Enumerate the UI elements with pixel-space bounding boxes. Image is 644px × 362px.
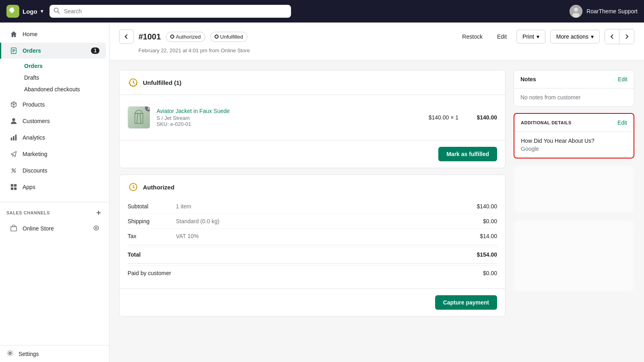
capture-payment-button[interactable]: Capture payment <box>435 295 497 310</box>
authorized-status-icon <box>128 181 139 193</box>
paid-value: $0.00 <box>465 270 497 276</box>
svg-line-27 <box>137 113 138 123</box>
sidebar-subitem-drafts-label: Drafts <box>24 74 39 81</box>
edit-button[interactable]: Edit <box>492 30 512 43</box>
svg-line-28 <box>140 113 141 123</box>
unfulfilled-card-body: 1 Aviator Jacket in Faux Suede S / Jet S… <box>120 95 505 140</box>
svg-point-4 <box>572 13 580 18</box>
svg-point-23 <box>95 227 97 229</box>
sidebar-apps-label: Apps <box>23 184 35 190</box>
svg-rect-26 <box>135 113 143 123</box>
page-header: #1001 Authorized Unfulfilled Restock Edi… <box>109 23 644 60</box>
total-row: Total $154.00 <box>128 247 497 262</box>
more-actions-label: More actions <box>556 33 588 40</box>
orders-icon <box>10 47 18 55</box>
total-value: $154.00 <box>465 251 497 258</box>
logo-area[interactable]: Logo ▾ <box>6 5 43 18</box>
svg-point-13 <box>12 169 14 171</box>
mark-fulfilled-button[interactable]: Mark as fulfilled <box>438 147 497 161</box>
search-input[interactable] <box>50 5 291 18</box>
product-row: 1 Aviator Jacket in Faux Suede S / Jet S… <box>128 103 497 132</box>
sidebar-divider <box>0 202 109 202</box>
status-badge-authorized: Authorized <box>166 32 205 42</box>
detail-question: How Did You Hear About Us? <box>521 138 627 144</box>
additional-details-header: ADDITIONAL DETAILS Edit <box>514 114 634 132</box>
additional-details-card: ADDITIONAL DETAILS Edit How Did You Hear… <box>514 113 634 158</box>
order-date: February 22, 2021 at 4:01 pm from Online… <box>138 47 250 53</box>
sidebar-item-orders[interactable]: Orders 1 <box>0 43 106 59</box>
authorized-card-header: Authorized <box>120 175 505 199</box>
svg-line-1 <box>58 12 60 14</box>
notes-card: Notes Edit No notes from customer <box>514 70 634 107</box>
subtotal-row: Subtotal 1 item $140.00 <box>128 199 497 214</box>
svg-point-3 <box>574 8 578 12</box>
product-thumbnail: 1 <box>128 106 150 129</box>
authorized-title: Authorized <box>143 184 174 191</box>
capture-footer: Capture payment <box>120 288 505 316</box>
logo-label: Logo <box>23 8 37 15</box>
sidebar-item-customers[interactable]: Customers <box>3 113 106 129</box>
paid-row: Paid by customer $0.00 <box>128 265 497 280</box>
tax-desc: VAT 10% <box>176 233 465 239</box>
sidebar-item-discounts[interactable]: Discounts <box>3 162 106 179</box>
sidebar-item-products[interactable]: Products <box>3 97 106 113</box>
online-store-label: Online Store <box>23 225 54 232</box>
sidebar-main-nav: Home Orders 1 <box>0 23 109 199</box>
unfulfilled-card-footer: Mark as fulfilled <box>120 140 505 168</box>
more-actions-button[interactable]: More actions ▾ <box>550 30 600 43</box>
subtotal-desc: 1 item <box>176 203 465 210</box>
detail-answer: Google <box>521 146 627 152</box>
online-store-view-icon[interactable] <box>93 225 99 232</box>
sidebar-item-analytics[interactable]: Analytics <box>3 130 106 146</box>
settings-label: Settings <box>19 351 39 357</box>
product-quantity: 1 <box>147 106 150 110</box>
product-name-link[interactable]: Aviator Jacket in Faux Suede <box>157 108 230 114</box>
side-column: Notes Edit No notes from customer ADDITI… <box>514 70 634 317</box>
authorized-card: Authorized Subtotal 1 item $140.00 Shipp… <box>119 175 506 317</box>
order-nav-buttons <box>605 29 634 44</box>
sidebar-orders-label: Orders <box>23 47 41 54</box>
add-sales-channel-btn[interactable] <box>95 209 103 217</box>
sidebar-customers-label: Customers <box>23 118 50 124</box>
notes-edit-button[interactable]: Edit <box>618 76 627 82</box>
total-label: Total <box>128 251 176 258</box>
sidebar-item-online-store[interactable]: Online Store <box>3 220 106 237</box>
sidebar-item-settings[interactable]: Settings <box>0 345 109 362</box>
sidebar-marketing-label: Marketing <box>23 151 47 157</box>
print-button[interactable]: Print ▾ <box>516 30 545 43</box>
header-actions: Restock Edit Print ▾ More actions ▾ <box>457 29 634 44</box>
user-avatar <box>570 5 582 18</box>
sidebar-subitem-orders[interactable]: Orders <box>18 60 106 72</box>
product-info: Aviator Jacket in Faux Suede S / Jet Str… <box>157 108 412 127</box>
main-content: #1001 Authorized Unfulfilled Restock Edi… <box>109 23 644 362</box>
sidebar-item-apps[interactable]: Apps <box>3 179 106 195</box>
product-price: $140.00 × 1 <box>418 114 458 121</box>
more-actions-dropdown-icon: ▾ <box>591 33 594 40</box>
sidebar-home-label: Home <box>23 31 37 37</box>
additional-details-edit-button[interactable]: Edit <box>617 119 627 126</box>
blurred-card-2 <box>514 220 634 292</box>
sidebar-item-marketing[interactable]: Marketing <box>3 146 106 162</box>
svg-rect-11 <box>13 136 14 140</box>
home-icon <box>10 30 18 38</box>
prev-order-button[interactable] <box>605 29 619 44</box>
status-badge-unfulfilled: Unfulfilled <box>210 32 248 42</box>
authorized-badge-icon <box>170 35 174 39</box>
notes-header: Notes Edit <box>514 70 634 88</box>
svg-rect-12 <box>15 135 17 140</box>
products-icon <box>10 101 18 109</box>
shopify-logo-icon <box>6 5 19 18</box>
print-label: Print <box>522 33 534 40</box>
sidebar-subitem-drafts[interactable]: Drafts <box>18 72 106 83</box>
order-number: #1001 <box>138 32 161 41</box>
restock-button[interactable]: Restock <box>457 30 487 43</box>
sales-channels-label: SALES CHANNELS <box>6 210 50 215</box>
sidebar-analytics-label: Analytics <box>23 134 45 141</box>
svg-point-9 <box>12 118 15 121</box>
user-area: RoarTheme Support <box>570 5 638 18</box>
unfulfilled-badge-label: Unfulfilled <box>220 34 243 40</box>
next-order-button[interactable] <box>619 29 634 44</box>
back-button[interactable] <box>119 29 134 44</box>
sidebar-subitem-abandoned[interactable]: Abandoned checkouts <box>18 84 106 95</box>
sidebar-item-home[interactable]: Home <box>3 26 106 42</box>
